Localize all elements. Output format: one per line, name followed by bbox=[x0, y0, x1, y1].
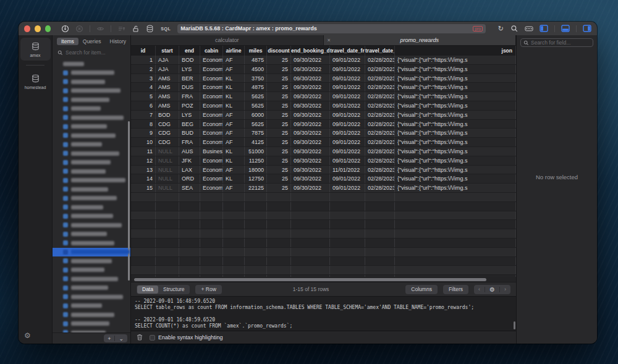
plus-icon[interactable]: + bbox=[104, 335, 114, 342]
sidebar-list-item[interactable] bbox=[53, 87, 130, 96]
table-cell[interactable]: 5625 bbox=[245, 92, 267, 101]
table-cell[interactable] bbox=[223, 239, 245, 247]
table-cell[interactable] bbox=[291, 257, 330, 266]
table-cell[interactable] bbox=[131, 239, 156, 247]
table-cell[interactable]: NULL bbox=[156, 147, 179, 156]
table-cell[interactable]: BOD bbox=[156, 111, 179, 119]
minimize-window-button[interactable] bbox=[35, 25, 41, 32]
table-cell[interactable]: 7 bbox=[131, 111, 156, 119]
tab-history[interactable]: History bbox=[106, 38, 130, 45]
table-cell[interactable] bbox=[245, 229, 267, 238]
table-cell[interactable]: {"visual":{"url":"https:\/\/img.s bbox=[395, 129, 516, 137]
sidebar-list-item[interactable] bbox=[53, 266, 130, 275]
table-cell[interactable]: FRA bbox=[179, 92, 200, 101]
table-cell[interactable] bbox=[395, 257, 516, 266]
table-cell[interactable]: 09/01/2022 bbox=[330, 74, 365, 83]
table-cell[interactable]: AMS bbox=[156, 101, 179, 110]
table-cell[interactable]: 25 bbox=[267, 156, 291, 165]
table-cell[interactable]: Economy bbox=[200, 166, 223, 174]
table-row[interactable]: 2AJALYSEconomyAF45002509/30/202209/01/20… bbox=[131, 65, 516, 74]
table-cell[interactable] bbox=[330, 239, 365, 247]
table-cell[interactable] bbox=[330, 220, 365, 229]
sidebar-list-item[interactable] bbox=[53, 113, 130, 122]
table-cell[interactable]: {"visual":{"url":"https:\/\/img.s bbox=[395, 156, 516, 165]
table-row[interactable]: 1AJABODEconomyAF48752509/30/202209/01/20… bbox=[131, 56, 516, 65]
table-cell[interactable]: 09/30/2022 bbox=[291, 129, 330, 137]
sql-editor-button[interactable]: SQL bbox=[161, 27, 171, 31]
column-header-discount[interactable]: discount bbox=[267, 46, 291, 56]
table-cell[interactable]: 09/01/2022 bbox=[330, 156, 365, 165]
toggle-bottom-panel-icon[interactable] bbox=[561, 25, 570, 33]
table-cell[interactable]: {"visual":{"url":"https:\/\/img.s bbox=[395, 138, 516, 146]
table-cell[interactable]: 02/28/2023 bbox=[365, 56, 395, 64]
sidebar-list-item[interactable] bbox=[53, 221, 130, 230]
log-scrollbar-thumb[interactable] bbox=[514, 321, 515, 329]
table-cell[interactable]: KL bbox=[223, 147, 245, 156]
table-cell[interactable] bbox=[200, 257, 223, 266]
sidebar-scrollbar[interactable] bbox=[128, 121, 130, 281]
sidebar-list-item[interactable] bbox=[53, 122, 130, 132]
table-cell[interactable]: KL bbox=[223, 101, 245, 110]
table-cell[interactable] bbox=[365, 193, 395, 201]
tab-promo-rewards[interactable]: × promo_rewards bbox=[324, 35, 517, 45]
sidebar-list-item[interactable] bbox=[53, 59, 130, 69]
columns-button[interactable]: Columns bbox=[405, 285, 438, 294]
table-cell[interactable] bbox=[267, 229, 291, 238]
table-cell[interactable] bbox=[223, 220, 245, 229]
table-cell[interactable]: 25 bbox=[267, 174, 291, 183]
table-cell[interactable]: 25 bbox=[267, 166, 291, 174]
table-cell[interactable]: AF bbox=[223, 129, 245, 137]
table-cell[interactable]: LAX bbox=[179, 166, 200, 174]
table-cell[interactable]: AF bbox=[223, 120, 245, 129]
next-page-icon[interactable]: › bbox=[500, 285, 510, 294]
table-cell[interactable]: 14 bbox=[131, 174, 156, 183]
sidebar-list-item[interactable] bbox=[53, 302, 130, 311]
table-cell[interactable] bbox=[200, 202, 223, 211]
table-cell[interactable] bbox=[291, 211, 330, 220]
table-cell[interactable]: 09/01/2022 bbox=[330, 174, 365, 183]
table-cell[interactable]: CDG bbox=[156, 129, 179, 137]
table-cell[interactable] bbox=[245, 202, 267, 211]
table-cell[interactable]: 09/30/2022 bbox=[291, 138, 330, 146]
table-cell[interactable] bbox=[223, 202, 245, 211]
table-cell[interactable]: 02/28/2023 bbox=[365, 138, 395, 146]
table-cell[interactable] bbox=[245, 220, 267, 229]
table-cell[interactable]: {"visual":{"url":"https:\/\/img.s bbox=[395, 111, 516, 119]
table-cell[interactable]: 5 bbox=[131, 92, 156, 101]
table-cell[interactable]: 6000 bbox=[245, 111, 267, 119]
sidebar-list-item[interactable] bbox=[53, 212, 130, 221]
unlock-icon[interactable] bbox=[132, 25, 140, 33]
table-cell[interactable]: 9 bbox=[131, 129, 156, 137]
segment-structure[interactable]: Structure bbox=[158, 286, 190, 294]
table-cell[interactable]: CDG bbox=[156, 138, 179, 146]
sidebar-list-item[interactable] bbox=[53, 320, 130, 329]
table-cell[interactable]: KL bbox=[223, 174, 245, 183]
table-cell[interactable]: 09/30/2022 bbox=[291, 92, 330, 101]
sidebar-list-item[interactable] bbox=[53, 230, 130, 239]
table-cell[interactable]: 02/28/2023 bbox=[365, 83, 395, 91]
cancel-query-icon[interactable] bbox=[75, 25, 83, 33]
table-cell[interactable]: Economy bbox=[200, 138, 223, 146]
table-cell[interactable] bbox=[131, 193, 156, 201]
column-header-end_booking_date[interactable]: end_booking_date bbox=[291, 46, 330, 56]
table-cell[interactable]: 12 bbox=[131, 156, 156, 165]
table-cell[interactable] bbox=[395, 211, 516, 220]
table-cell[interactable] bbox=[395, 266, 516, 274]
table-cell[interactable]: 02/28/2023 bbox=[365, 184, 395, 192]
table-cell[interactable] bbox=[223, 266, 245, 274]
table-cell[interactable] bbox=[330, 257, 365, 266]
table-cell[interactable] bbox=[267, 248, 291, 256]
table-cell[interactable]: AUS bbox=[179, 147, 200, 156]
table-cell[interactable]: NULL bbox=[156, 156, 179, 165]
table-empty-row[interactable] bbox=[131, 257, 516, 266]
table-cell[interactable]: BOD bbox=[179, 56, 200, 64]
window-layout-icon[interactable] bbox=[525, 25, 533, 33]
table-cell[interactable]: LYS bbox=[179, 65, 200, 74]
table-cell[interactable]: 4875 bbox=[245, 56, 267, 64]
table-cell[interactable] bbox=[291, 220, 330, 229]
table-cell[interactable]: KL bbox=[223, 83, 245, 91]
table-cell[interactable]: ORD bbox=[179, 174, 200, 183]
add-row-button[interactable]: + Row bbox=[195, 285, 221, 294]
table-cell[interactable]: KL bbox=[223, 156, 245, 165]
table-cell[interactable] bbox=[179, 266, 200, 274]
